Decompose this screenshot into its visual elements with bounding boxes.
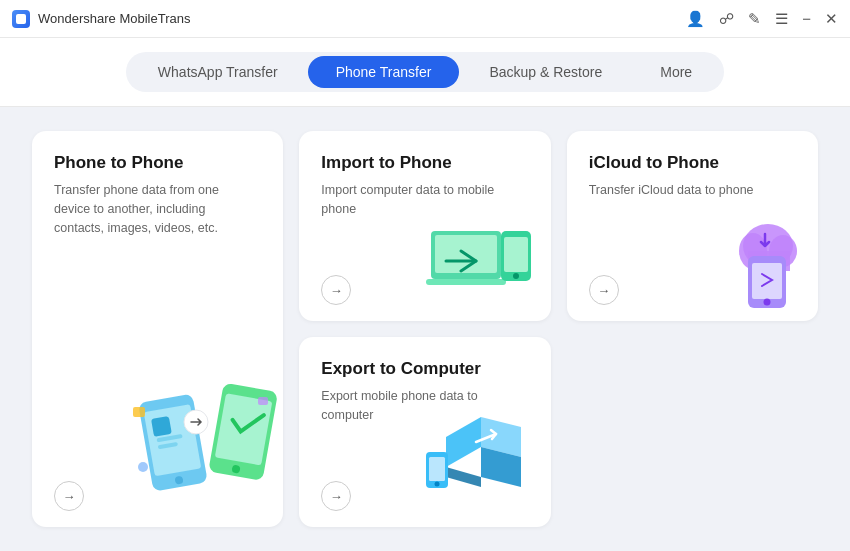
card-export-title: Export to Computer xyxy=(321,359,528,379)
svg-rect-32 xyxy=(429,457,445,481)
phone-to-phone-illustration xyxy=(128,357,283,517)
tab-backup-restore[interactable]: Backup & Restore xyxy=(461,56,630,88)
nav-bar: WhatsApp Transfer Phone Transfer Backup … xyxy=(0,38,850,107)
close-icon[interactable]: ✕ xyxy=(825,10,838,28)
icloud-illustration xyxy=(688,211,808,311)
card-phone-to-phone-arrow[interactable]: → xyxy=(54,481,84,511)
card-import-to-phone: Import to Phone Import computer data to … xyxy=(299,131,550,321)
tab-phone-transfer[interactable]: Phone Transfer xyxy=(308,56,460,88)
main-content: Phone to Phone Transfer phone data from … xyxy=(0,107,850,551)
card-icloud-arrow[interactable]: → xyxy=(589,275,619,305)
svg-rect-25 xyxy=(752,263,782,299)
title-bar-controls: 👤 ☍ ✎ ☰ − ✕ xyxy=(686,10,838,28)
svg-rect-10 xyxy=(133,407,145,417)
svg-rect-11 xyxy=(258,397,268,405)
menu-icon[interactable]: ☰ xyxy=(775,10,788,28)
card-import-arrow[interactable]: → xyxy=(321,275,351,305)
tab-more[interactable]: More xyxy=(632,56,720,88)
svg-point-12 xyxy=(138,462,148,472)
svg-point-33 xyxy=(434,482,439,487)
card-phone-to-phone: Phone to Phone Transfer phone data from … xyxy=(32,131,283,527)
export-illustration xyxy=(421,407,541,517)
svg-rect-3 xyxy=(151,416,172,437)
card-phone-to-phone-desc: Transfer phone data from one device to a… xyxy=(54,181,224,237)
card-icloud-title: iCloud to Phone xyxy=(589,153,796,173)
svg-point-26 xyxy=(763,299,770,306)
card-import-title: Import to Phone xyxy=(321,153,528,173)
card-export-arrow[interactable]: → xyxy=(321,481,351,511)
app-title: Wondershare MobileTrans xyxy=(38,11,190,26)
edit-icon[interactable]: ✎ xyxy=(748,10,761,28)
card-icloud-desc: Transfer iCloud data to phone xyxy=(589,181,796,200)
svg-point-19 xyxy=(513,273,519,279)
user-icon[interactable]: 👤 xyxy=(686,10,705,28)
card-icloud-to-phone: iCloud to Phone Transfer iCloud data to … xyxy=(567,131,818,321)
card-phone-to-phone-title: Phone to Phone xyxy=(54,153,261,173)
title-bar: Wondershare MobileTrans 👤 ☍ ✎ ☰ − ✕ xyxy=(0,0,850,38)
minimize-icon[interactable]: − xyxy=(802,10,811,27)
tab-whatsapp-transfer[interactable]: WhatsApp Transfer xyxy=(130,56,306,88)
svg-rect-15 xyxy=(426,279,506,285)
card-export-to-computer: Export to Computer Export mobile phone d… xyxy=(299,337,550,527)
svg-marker-30 xyxy=(446,467,481,487)
nav-tabs: WhatsApp Transfer Phone Transfer Backup … xyxy=(126,52,724,92)
bookmark-icon[interactable]: ☍ xyxy=(719,10,734,28)
import-illustration xyxy=(421,211,541,311)
app-icon xyxy=(12,10,30,28)
svg-rect-18 xyxy=(504,237,528,272)
title-bar-left: Wondershare MobileTrans xyxy=(12,10,190,28)
